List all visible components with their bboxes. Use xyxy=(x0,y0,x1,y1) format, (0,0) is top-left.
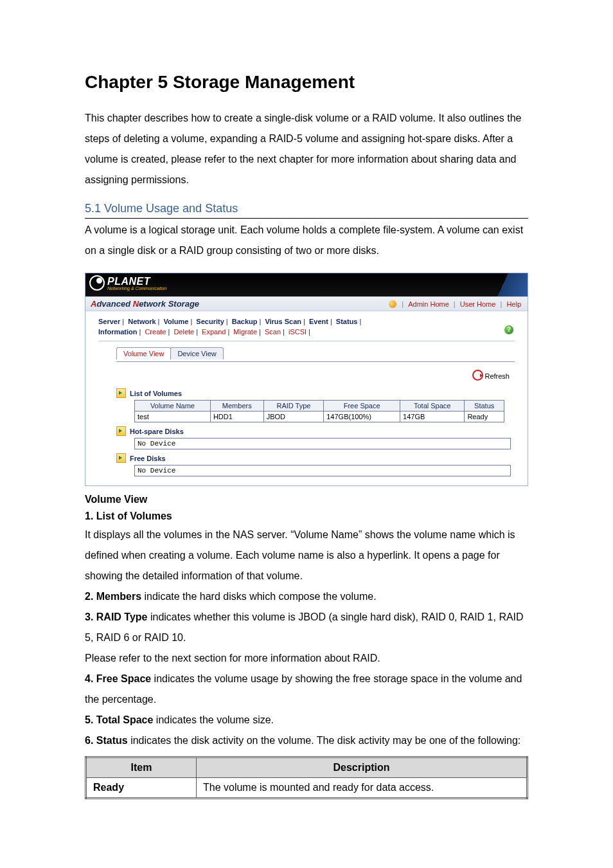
section-heading: 5.1 Volume Usage and Status xyxy=(85,202,528,219)
status-line: 6. Status indicates the disk activity on… xyxy=(85,730,528,751)
cell-desc: The volume is mounted and ready for data… xyxy=(197,778,528,799)
refresh-label[interactable]: Refresh xyxy=(484,372,510,380)
refresh-icon[interactable] xyxy=(472,370,483,381)
col-total-space: Total Space xyxy=(400,401,465,411)
cell-raid: JBOD xyxy=(263,411,324,422)
table-row: Volume Name Members RAID Type Free Space… xyxy=(135,401,504,411)
top-links: | Admin Home | User Home | Help xyxy=(389,300,522,308)
free-disks-no-device: No Device xyxy=(134,465,511,476)
admin-home-link[interactable]: Admin Home xyxy=(408,300,449,308)
primary-nav: Server| Network| Volume| Security| Backu… xyxy=(98,316,515,328)
user-home-link[interactable]: User Home xyxy=(460,300,496,308)
col-status: Status xyxy=(465,401,504,411)
col-item: Item xyxy=(86,757,197,778)
arrow-icon xyxy=(116,453,126,463)
arrow-icon xyxy=(116,388,126,398)
cell-item: Ready xyxy=(86,778,197,799)
subnav-scan[interactable]: Scan xyxy=(265,328,281,336)
brand-tagline: Networking & Communication xyxy=(107,286,166,291)
refresh-row: Refresh xyxy=(98,362,515,384)
section-list-of-volumes: List of Volumes xyxy=(116,388,515,398)
cell-free: 147GB(100%) xyxy=(324,411,400,422)
top-banner-art xyxy=(495,273,528,296)
nav-volume[interactable]: Volume xyxy=(164,318,189,325)
subnav-information[interactable]: Information xyxy=(98,328,138,336)
list-of-volumes-text: It displays all the volumes in the NAS s… xyxy=(85,525,528,586)
secondary-nav: Information| Create| Delete| Expand| Mig… xyxy=(98,328,515,338)
free-space-line: 4. Free Space indicates the volume usage… xyxy=(85,669,528,710)
cell-volume-name[interactable]: test xyxy=(135,411,211,422)
brand-name: PLANET xyxy=(107,276,150,287)
nav-virus-scan[interactable]: Virus Scan xyxy=(265,318,301,325)
top-banner: PLANET Networking & Communication xyxy=(85,273,528,296)
raid-line-b: Please refer to the next section for mor… xyxy=(85,648,528,669)
arrow-icon xyxy=(116,426,126,436)
brand-logo: PLANET Networking & Communication xyxy=(89,275,166,291)
subnav-delete[interactable]: Delete xyxy=(173,328,194,336)
cell-members: HDD1 xyxy=(210,411,263,422)
subnav-iscsi[interactable]: iSCSI xyxy=(289,328,306,336)
members-line: 2. Members indicate the hard disks which… xyxy=(85,586,528,607)
ui-screenshot: PLANET Networking & Communication Advanc… xyxy=(85,273,528,486)
volumes-table: Volume Name Members RAID Type Free Space… xyxy=(134,400,504,422)
cell-status: Ready xyxy=(465,411,504,422)
table-row: Ready The volume is mounted and ready fo… xyxy=(86,778,528,799)
product-title: Advanced Network Storage xyxy=(91,299,199,309)
subnav-migrate[interactable]: Migrate xyxy=(233,328,257,336)
tab-volume-view[interactable]: Volume View xyxy=(116,347,171,359)
col-free-space: Free Space xyxy=(324,401,400,411)
free-disks-title: Free Disks xyxy=(130,455,166,462)
title-bar: Advanced Network Storage | Admin Home | … xyxy=(85,296,528,311)
volume-view-heading: Volume View xyxy=(85,494,528,505)
nav-event[interactable]: Event xyxy=(309,318,328,325)
col-members: Members xyxy=(210,401,263,411)
nav-security[interactable]: Security xyxy=(196,318,224,325)
view-tabs: Volume View Device View xyxy=(116,347,515,359)
help-link[interactable]: Help xyxy=(506,300,521,308)
hot-spare-title: Hot-spare Disks xyxy=(130,428,184,435)
table-row: test HDD1 JBOD 147GB(100%) 147GB Ready xyxy=(135,411,504,422)
col-volume-name: Volume Name xyxy=(135,401,211,411)
chapter-title: Chapter 5 Storage Management xyxy=(85,71,528,94)
tab-device-view[interactable]: Device View xyxy=(170,347,223,359)
list-of-volumes-heading: 1. List of Volumes xyxy=(85,511,528,522)
section-hot-spare: Hot-spare Disks xyxy=(116,426,515,436)
cell-total: 147GB xyxy=(400,411,465,422)
table-row: Item Description xyxy=(86,757,528,778)
col-raid-type: RAID Type xyxy=(263,401,324,411)
nav-network[interactable]: Network xyxy=(128,318,155,325)
intro-paragraph: This chapter describes how to create a s… xyxy=(85,108,528,190)
content-area: ? Server| Network| Volume| Security| Bac… xyxy=(85,311,528,485)
col-description: Description xyxy=(197,757,528,778)
divider xyxy=(98,341,515,341)
total-space-line: 5. Total Space indicates the volume size… xyxy=(85,710,528,730)
raid-line-a: 3. RAID Type indicates whether this volu… xyxy=(85,607,528,648)
nav-backup[interactable]: Backup xyxy=(232,318,258,325)
status-orb-icon xyxy=(389,300,396,308)
nav-status[interactable]: Status xyxy=(336,318,358,325)
planet-icon xyxy=(89,275,105,291)
section-free-disks: Free Disks xyxy=(116,453,515,463)
subnav-expand[interactable]: Expand xyxy=(202,328,226,336)
subnav-create[interactable]: Create xyxy=(145,328,166,336)
nav-server[interactable]: Server xyxy=(98,318,120,325)
hot-spare-no-device: No Device xyxy=(134,438,511,449)
section-intro: A volume is a logical storage unit. Each… xyxy=(85,220,528,261)
status-table: Item Description Ready The volume is mou… xyxy=(85,756,528,799)
list-of-volumes-title: List of Volumes xyxy=(130,390,182,397)
